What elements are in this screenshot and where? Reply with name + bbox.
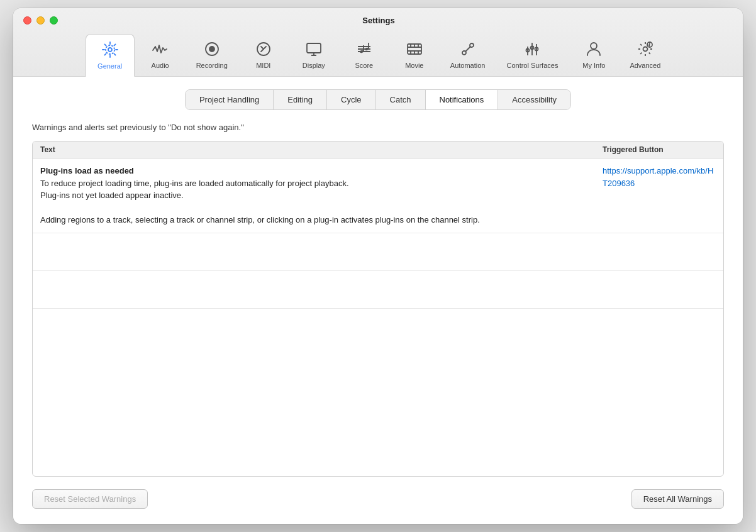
toolbar-item-general[interactable]: General [86,34,135,77]
toolbar-label-movie: Movie [405,62,423,69]
empty-row-2 [33,271,723,309]
col-text-header: Text [40,145,603,154]
settings-window: Settings General [13,8,743,524]
control-surfaces-icon [522,39,542,59]
bottom-buttons: Reset Selected Warnings Reset All Warnin… [32,489,724,509]
svg-point-24 [462,51,466,55]
sub-tab-project-handling[interactable]: Project Handling [186,90,274,109]
table-header: Text Triggered Button [33,141,723,158]
reset-selected-warnings-button[interactable]: Reset Selected Warnings [32,489,148,509]
table-body: Plug-ins load as needed To reduce projec… [33,158,723,346]
my-info-icon [584,39,604,59]
col-button-header: Triggered Button [603,145,716,154]
recording-icon [202,39,222,59]
toolbar-label-control-surfaces: Control Surfaces [506,62,558,69]
title-bar: Settings General [13,8,743,77]
sub-tab-editing[interactable]: Editing [274,90,327,109]
midi-icon [253,39,274,59]
empty-row-3 [33,309,723,346]
svg-point-34 [643,47,647,52]
toolbar-label-recording: Recording [196,62,228,69]
sub-tab-accessibility[interactable]: Accessibility [498,90,570,109]
toolbar: General Audio Recordi [86,31,671,76]
toolbar-item-automation[interactable]: Automation [440,34,496,76]
toolbar-item-my-info[interactable]: My Info [569,34,618,76]
toolbar-item-score[interactable]: Score [340,34,389,76]
svg-point-33 [591,43,597,49]
svg-rect-5 [307,43,321,53]
window-title: Settings [25,16,733,25]
score-icon [354,39,374,59]
toolbar-label-general: General [97,62,122,70]
svg-point-1 [106,45,114,54]
toolbar-label-my-info: My Info [582,62,605,69]
svg-point-0 [108,48,112,52]
toolbar-label-midi: MIDI [256,62,270,69]
warnings-description: Warnings and alerts set previously to "D… [32,123,724,132]
sub-tabs: Project Handling Editing Cycle Catch Not… [185,89,571,110]
automation-icon [458,39,478,59]
toolbar-item-display[interactable]: Display [289,34,338,76]
toolbar-label-automation: Automation [450,62,486,69]
table-row: Plug-ins load as needed To reduce projec… [33,158,723,233]
toolbar-label-display: Display [303,62,325,69]
movie-icon [404,39,425,59]
toolbar-label-advanced: Advanced [630,62,660,69]
general-icon [100,40,120,60]
advanced-icon [635,39,655,59]
sub-tab-cycle[interactable]: Cycle [327,90,376,109]
toolbar-label-audio: Audio [152,62,169,69]
svg-point-25 [470,43,474,47]
toolbar-item-movie[interactable]: Movie [390,34,439,76]
empty-row-1 [33,233,723,271]
warnings-table: Text Triggered Button Plug-ins load as n… [32,141,724,477]
svg-point-3 [209,47,214,52]
sub-tab-notifications[interactable]: Notifications [426,90,499,109]
toolbar-item-audio[interactable]: Audio [136,34,185,76]
toolbar-item-recording[interactable]: Recording [186,34,238,76]
toolbar-label-score: Score [355,62,373,69]
reset-all-warnings-button[interactable]: Reset All Warnings [631,489,724,509]
toolbar-item-advanced[interactable]: Advanced [620,34,670,76]
audio-icon [150,39,170,59]
svg-line-26 [465,47,470,52]
toolbar-item-midi[interactable]: MIDI [239,34,288,76]
display-icon [304,39,324,59]
row-text: Plug-ins load as needed To reduce projec… [40,165,603,226]
toolbar-item-control-surfaces[interactable]: Control Surfaces [496,34,568,76]
row-triggered-button: https://support.apple.com/kb/HT209636 [603,165,716,226]
main-content: Project Handling Editing Cycle Catch Not… [13,77,743,524]
sub-tab-catch[interactable]: Catch [376,90,426,109]
